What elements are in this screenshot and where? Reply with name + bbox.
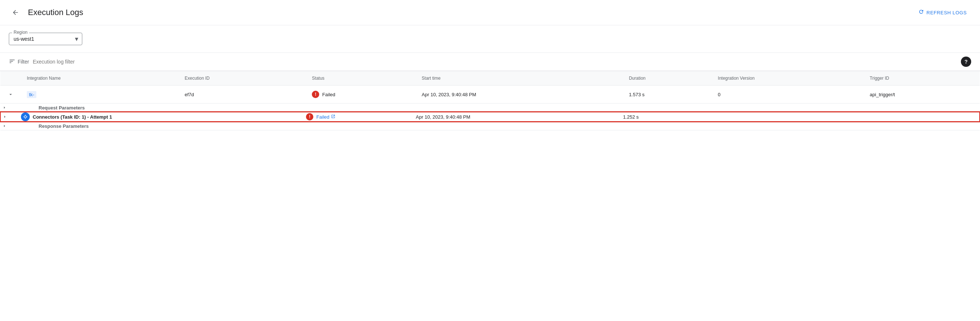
col-expand: [0, 71, 21, 86]
connector-icon: [21, 112, 30, 121]
integration-version-cell: 0: [712, 86, 864, 103]
refresh-label: REFRESH LOGS: [926, 10, 967, 16]
refresh-logs-button[interactable]: REFRESH LOGS: [914, 6, 971, 19]
region-select-wrapper: Region us-west1 us-east1 europe-west1 ▾: [9, 33, 82, 45]
expand-response-params-button[interactable]: [0, 122, 8, 130]
filter-icon-area: Filter: [9, 58, 29, 66]
connector-duration-cell: 1.252 s: [623, 112, 712, 122]
response-params-cell: Response Parameters: [21, 122, 980, 130]
back-button[interactable]: [9, 6, 22, 19]
col-trigger-id: Trigger ID: [864, 71, 980, 86]
help-icon: ?: [964, 59, 968, 65]
connector-name-cell: Connectors (Task ID: 1) - Attempt 1: [21, 112, 306, 122]
table-row-main: tk- ef7d ! Failed Apr 10, 2023, 9:40:48 …: [0, 86, 980, 103]
help-button[interactable]: ?: [961, 57, 971, 67]
table-header-row: Integration Name Execution ID Status Sta…: [0, 71, 980, 86]
connector-expand-cell: [0, 112, 21, 122]
svg-point-0: [24, 116, 27, 118]
expand-cell-2: [0, 103, 21, 112]
filter-icon: [9, 58, 16, 66]
status-cell: ! Failed: [306, 86, 416, 103]
expand-request-params-button[interactable]: [0, 103, 8, 112]
refresh-icon: [918, 9, 924, 16]
response-params-label: Response Parameters: [38, 123, 89, 129]
chevron-down-icon: ▾: [75, 35, 78, 43]
region-label: Region: [12, 30, 29, 35]
execution-id-cell: ef7d: [179, 86, 306, 103]
connector-task-label: Connectors (Task ID: 1) - Attempt 1: [33, 114, 112, 120]
connector-status-label: Failed: [316, 114, 329, 120]
col-status: Status: [306, 71, 416, 86]
filter-label: Filter: [18, 59, 29, 65]
connector-status-container: ! Failed: [306, 113, 416, 121]
error-icon: !: [312, 91, 319, 98]
table-row-connector: Connectors (Task ID: 1) - Attempt 1 ! Fa…: [0, 112, 980, 122]
status-container: ! Failed: [312, 91, 410, 98]
region-select[interactable]: us-west1 us-east1 europe-west1: [14, 36, 69, 42]
connector-failed-link[interactable]: Failed: [316, 114, 335, 120]
start-time-cell: Apr 10, 2023, 9:40:48 PM: [416, 86, 623, 103]
region-area: Region us-west1 us-east1 europe-west1 ▾: [0, 25, 980, 53]
filter-input[interactable]: [33, 59, 957, 65]
integration-name-value: tk-: [27, 91, 37, 98]
col-start-time: Start time: [416, 71, 623, 86]
connector-status-cell: ! Failed: [306, 112, 416, 122]
request-params-cell: Request Parameters: [21, 103, 980, 112]
integration-name-link[interactable]: tk-: [27, 91, 37, 98]
filter-bar: Filter ?: [0, 53, 980, 71]
connector-trigger-cell: [864, 112, 980, 122]
connector-version-cell: [712, 112, 864, 122]
trigger-id-cell: api_trigger/t: [864, 86, 980, 103]
col-integration-name: Integration Name: [21, 71, 179, 86]
external-link-icon: [331, 114, 336, 119]
status-value: Failed: [322, 92, 335, 97]
request-params-label: Request Parameters: [38, 105, 85, 111]
expand-button[interactable]: [6, 90, 15, 99]
col-duration: Duration: [623, 71, 712, 86]
execution-logs-table: Integration Name Execution ID Status Sta…: [0, 71, 980, 130]
page-header: Execution Logs REFRESH LOGS: [0, 0, 980, 25]
expand-connector-button[interactable]: [1, 113, 9, 121]
expand-cell: [0, 86, 21, 103]
duration-cell: 1.573 s: [623, 86, 712, 103]
expand-cell-3: [0, 122, 21, 130]
table-container: Integration Name Execution ID Status Sta…: [0, 71, 980, 130]
col-integration-version: Integration Version: [712, 71, 864, 86]
table-row-response-params: Response Parameters: [0, 122, 980, 130]
connector-row-content: Connectors (Task ID: 1) - Attempt 1: [21, 112, 306, 121]
integration-name-cell: tk-: [21, 86, 179, 103]
page-title: Execution Logs: [28, 8, 908, 17]
col-execution-id: Execution ID: [179, 71, 306, 86]
table-row-request-params: Request Parameters: [0, 103, 980, 112]
connector-error-icon: !: [306, 113, 313, 121]
connector-start-time-cell: Apr 10, 2023, 9:40:48 PM: [416, 112, 623, 122]
